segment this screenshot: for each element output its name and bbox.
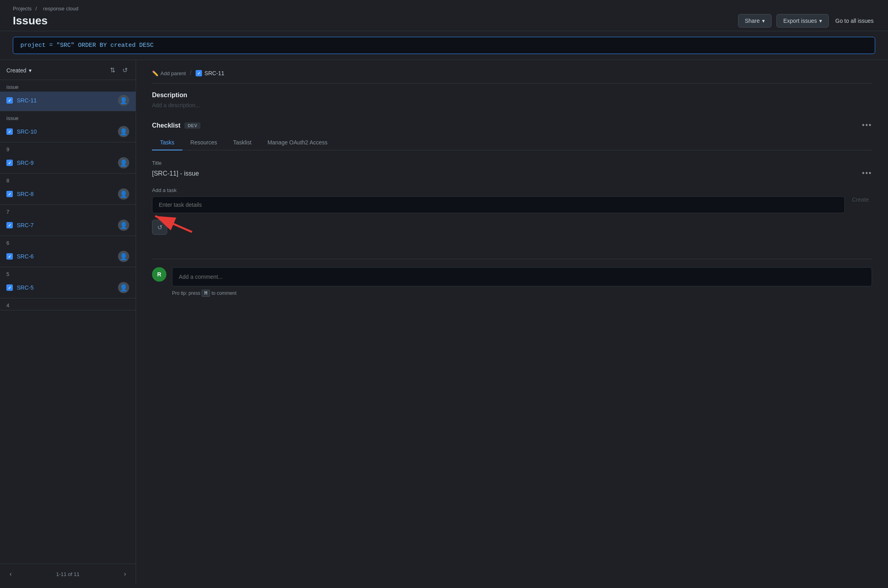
page-title: Issues [13, 14, 48, 27]
tab-resources[interactable]: Resources [182, 135, 225, 150]
pro-tip: Pro tip: press M to comment [172, 290, 872, 296]
checkbox-src11[interactable] [6, 97, 13, 104]
issue-item-left-src8: SRC-8 [6, 191, 34, 197]
issue-item-src11[interactable]: SRC-11 👤 [0, 92, 136, 111]
main-layout: Created ▾ ⇅ ↺ issue SRC-11 👤 issue [0, 60, 888, 584]
field-title-row: [SRC-11] - issue ••• [152, 169, 872, 178]
comment-input[interactable] [172, 267, 872, 286]
issue-group-src6: 6 SRC-6 👤 [0, 236, 136, 267]
checklist-more-button[interactable]: ••• [862, 121, 872, 130]
issue-group-label-src4: 4 [0, 298, 136, 310]
issue-group-label-src7: 7 [0, 205, 136, 216]
sidebar: Created ▾ ⇅ ↺ issue SRC-11 👤 issue [0, 60, 136, 584]
issue-item-src7[interactable]: SRC-7 👤 [0, 216, 136, 236]
add-parent-button[interactable]: ✏️ Add parent [152, 70, 186, 76]
issue-item-left-src10: SRC-10 [6, 128, 37, 135]
checklist-title: Checklist [152, 122, 180, 129]
description-section: Description Add a description... [152, 92, 872, 108]
add-task-section: Add a task Create ↺ [152, 187, 872, 235]
sidebar-group-selector[interactable]: Created ▾ [6, 67, 32, 74]
avatar-src7: 👤 [118, 220, 129, 231]
issue-group-src4: 4 [0, 298, 136, 310]
issue-group-src5: 5 SRC-5 👤 [0, 267, 136, 298]
checklist-header: Checklist DEV ••• [152, 121, 872, 130]
issue-key-src11: SRC-11 [17, 97, 37, 104]
sidebar-footer: ‹ 1-11 of 11 › [0, 564, 136, 584]
goto-all-issues-button[interactable]: Go to all issues [834, 14, 875, 27]
issue-group-src10: issue SRC-10 👤 [0, 111, 136, 142]
issue-item-src8[interactable]: SRC-8 👤 [0, 185, 136, 204]
avatar-src9: 👤 [118, 157, 129, 168]
issue-item-left-src5: SRC-5 [6, 284, 34, 291]
tab-tasks[interactable]: Tasks [152, 135, 182, 150]
sidebar-header: Created ▾ ⇅ ↺ [0, 60, 136, 80]
breadcrumb-separator: / [36, 6, 37, 12]
issue-item-left-src7: SRC-7 [6, 222, 34, 228]
page-title-row: Issues Share ▾ Export issues ▾ Go to all… [13, 14, 875, 28]
top-actions: Share ▾ Export issues ▾ Go to all issues [738, 14, 875, 28]
title-field-label: Title [152, 160, 872, 166]
main-content: ✏️ Add parent / SRC-11 Description Add a… [136, 60, 888, 584]
issue-key-src6: SRC-6 [17, 253, 34, 260]
title-field-section: Title [SRC-11] - issue ••• [152, 160, 872, 178]
pencil-icon: ✏️ [152, 70, 158, 76]
breadcrumb-projects[interactable]: Projects [13, 6, 32, 12]
issue-item-src5[interactable]: SRC-5 👤 [0, 279, 136, 298]
sidebar-sort-button[interactable]: ⇅ [108, 66, 117, 75]
checkbox-src5[interactable] [6, 284, 13, 291]
next-page-button[interactable]: › [121, 569, 129, 579]
refresh-tasks-button[interactable]: ↺ [152, 220, 167, 235]
issue-group-label-src8: 8 [0, 174, 136, 185]
issue-item-src9[interactable]: SRC-9 👤 [0, 154, 136, 173]
tab-manage-oauth2[interactable]: Manage OAuth2 Access [260, 135, 336, 150]
share-label: Share [745, 18, 760, 24]
issue-item-src6[interactable]: SRC-6 👤 [0, 248, 136, 267]
issue-group-label-src5: 5 [0, 267, 136, 279]
export-issues-button[interactable]: Export issues ▾ [776, 14, 829, 28]
issue-group-src9: 9 SRC-9 👤 [0, 142, 136, 174]
tab-tasklist[interactable]: Tasklist [225, 135, 260, 150]
issue-item-src10[interactable]: SRC-10 👤 [0, 123, 136, 142]
issue-header: ✏️ Add parent / SRC-11 [152, 70, 872, 84]
add-parent-label: Add parent [160, 70, 186, 76]
issue-key-src8: SRC-8 [17, 191, 34, 197]
prev-page-button[interactable]: ‹ [6, 569, 15, 579]
issue-group-src8: 8 SRC-8 👤 [0, 174, 136, 205]
sidebar-header-icons: ⇅ ↺ [108, 66, 129, 75]
issue-key-src9: SRC-9 [17, 160, 34, 166]
title-more-button[interactable]: ••• [862, 169, 872, 178]
checkbox-src10[interactable] [6, 128, 13, 135]
query-bar [0, 31, 888, 60]
issue-key-src10: SRC-10 [17, 128, 37, 135]
share-button[interactable]: Share ▾ [738, 14, 772, 28]
description-placeholder[interactable]: Add a description... [152, 102, 872, 108]
issue-ref-checkbox[interactable] [196, 70, 202, 76]
avatar-src5: 👤 [118, 282, 129, 293]
task-input[interactable] [152, 196, 845, 213]
refresh-icon: ↺ [157, 224, 162, 231]
sidebar-refresh-button[interactable]: ↺ [121, 66, 129, 75]
avatar-src6: 👤 [118, 251, 129, 262]
pro-tip-text: Pro tip: press [172, 290, 200, 296]
checkbox-src9[interactable] [6, 160, 13, 166]
query-input[interactable] [13, 37, 875, 54]
checklist-title-group: Checklist DEV [152, 122, 200, 129]
issue-group-src11: issue SRC-11 👤 [0, 80, 136, 111]
comment-section: R [152, 259, 872, 286]
pro-tip-suffix: to comment [212, 290, 237, 296]
avatar-src8: 👤 [118, 188, 129, 200]
issue-ref-badge: SRC-11 [196, 70, 224, 76]
issue-group-label-src11: issue [0, 80, 136, 92]
sidebar-group-chevron-icon: ▾ [29, 67, 32, 74]
export-chevron-icon: ▾ [819, 18, 822, 24]
issue-key-src7: SRC-7 [17, 222, 34, 228]
pagination-range: 1-11 of 11 [56, 571, 80, 577]
checkbox-src6[interactable] [6, 253, 13, 260]
share-chevron-icon: ▾ [762, 18, 765, 24]
create-task-button[interactable]: Create [849, 196, 872, 213]
issue-group-label-src6: 6 [0, 236, 136, 248]
issue-group-label-src10: issue [0, 111, 136, 123]
add-task-row: Create [152, 196, 872, 213]
checkbox-src8[interactable] [6, 191, 13, 197]
checkbox-src7[interactable] [6, 222, 13, 228]
